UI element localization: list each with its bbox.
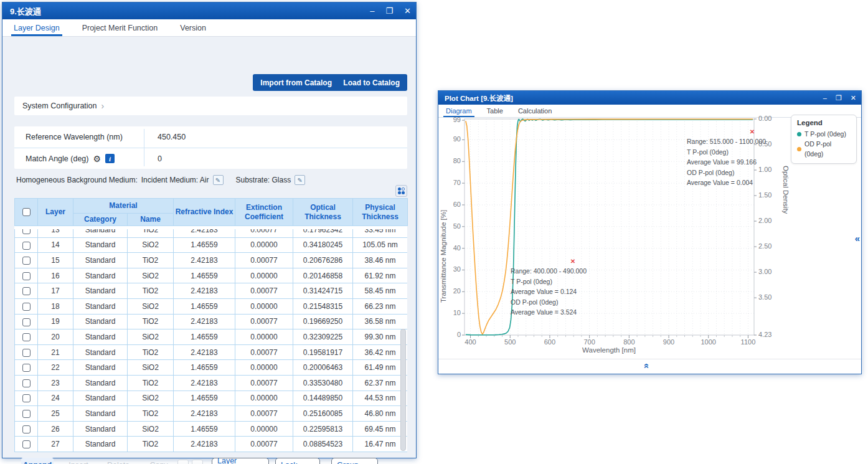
table-cell[interactable]: 17	[38, 283, 73, 299]
move-up-button[interactable]: ↑	[177, 460, 189, 464]
table-cell[interactable]: 0.32309225	[293, 329, 353, 345]
table-cell[interactable]: Standard	[73, 437, 128, 452]
table-cell[interactable]: Standard	[73, 298, 128, 314]
minimize-button[interactable]: –	[823, 94, 827, 102]
layer-tools-dropdown[interactable]: Layer Tools ∨	[212, 458, 269, 464]
row-checkbox[interactable]	[22, 410, 31, 418]
table-cell[interactable]: 2.42183	[174, 406, 235, 422]
table-cell[interactable]: Standard	[73, 375, 128, 391]
table-cell[interactable]: 0.00077	[235, 229, 293, 237]
table-cell[interactable]: 0.19669250	[293, 314, 353, 329]
table-cell[interactable]: SiO2	[128, 237, 174, 253]
tab-layer-design[interactable]: Layer Design	[11, 19, 62, 36]
table-cell[interactable]: TiO2	[128, 229, 174, 237]
table-cell[interactable]: 1.46559	[174, 298, 235, 314]
table-cell[interactable]: 20	[38, 329, 73, 345]
info-icon[interactable]: i	[105, 154, 115, 163]
table-cell[interactable]: 62.37 nm	[353, 375, 408, 391]
table-cell[interactable]: Standard	[73, 421, 128, 437]
load-to-catalog-button[interactable]: Load to Catalog	[336, 74, 407, 91]
table-cell[interactable]: 26	[38, 421, 73, 437]
row-checkbox-cell[interactable]	[15, 237, 38, 253]
reference-wavelength-value[interactable]: 450.450	[158, 133, 186, 141]
row-checkbox[interactable]	[22, 349, 31, 357]
table-cell[interactable]: 36.58 nm	[353, 314, 408, 329]
table-cell[interactable]: 0.19581917	[293, 344, 353, 360]
table-cell[interactable]: 69.45 nm	[353, 421, 408, 437]
table-cell[interactable]: TiO2	[128, 375, 174, 391]
row-checkbox-cell[interactable]	[15, 437, 38, 452]
lock-dropdown[interactable]: Lock ∨	[275, 458, 320, 464]
table-cell[interactable]: 0.00077	[235, 283, 293, 299]
row-checkbox-cell[interactable]	[15, 406, 38, 422]
table-cell[interactable]: Standard	[73, 229, 128, 237]
copy-button[interactable]: Copy	[148, 458, 169, 464]
table-cell[interactable]: 21	[38, 344, 73, 360]
table-cell[interactable]: 0.08854523	[293, 437, 353, 452]
row-checkbox-cell[interactable]	[15, 360, 38, 376]
row-checkbox[interactable]	[22, 287, 31, 295]
row-checkbox-cell[interactable]	[15, 344, 38, 360]
table-cell[interactable]: 1.46559	[174, 237, 235, 253]
table-cell[interactable]: 1.46559	[174, 360, 235, 376]
table-cell[interactable]: 33.45 nm	[353, 229, 408, 237]
table-cell[interactable]: 2.42183	[174, 283, 235, 299]
table-cell[interactable]: 0.34180245	[293, 237, 353, 253]
tab-version[interactable]: Version	[177, 19, 209, 36]
annotation-close-icon[interactable]: ✕	[570, 257, 575, 267]
row-checkbox-cell[interactable]	[15, 314, 38, 329]
gear-icon[interactable]: ⚙	[93, 154, 101, 163]
row-checkbox-cell[interactable]	[15, 421, 38, 437]
table-cell[interactable]: Standard	[73, 268, 128, 283]
table-cell[interactable]: 0.00077	[235, 253, 293, 268]
delete-button[interactable]: Delete	[106, 458, 131, 464]
table-cell[interactable]: TiO2	[128, 314, 174, 329]
table-view-options-icon[interactable]	[395, 185, 407, 197]
row-checkbox[interactable]	[22, 318, 31, 326]
collapse-panel-right-icon[interactable]: «	[855, 233, 860, 244]
move-down-button[interactable]: ↓	[192, 460, 203, 464]
append-button[interactable]: Append	[21, 458, 54, 464]
maximize-button[interactable]: ❐	[836, 94, 842, 102]
table-cell[interactable]: 27	[38, 437, 73, 452]
table-cell[interactable]: 0.20676286	[293, 253, 353, 268]
table-cell[interactable]: 0.20146858	[293, 268, 353, 283]
table-cell[interactable]: 0.25160085	[293, 406, 353, 422]
row-checkbox[interactable]	[22, 425, 31, 433]
row-checkbox-cell[interactable]	[15, 298, 38, 314]
edit-incident-medium-icon[interactable]: ✎	[213, 175, 224, 185]
table-cell[interactable]: 0.00000	[235, 391, 293, 406]
table-cell[interactable]: SiO2	[128, 298, 174, 314]
table-cell[interactable]: 61.49 nm	[353, 360, 408, 376]
system-configuration-header[interactable]: System Configuration ›	[14, 97, 407, 115]
row-checkbox[interactable]	[22, 272, 31, 280]
table-cell[interactable]: Standard	[73, 314, 128, 329]
row-checkbox-cell[interactable]	[15, 229, 38, 237]
table-cell[interactable]: 0.00000	[235, 298, 293, 314]
table-cell[interactable]: TiO2	[128, 437, 174, 452]
row-checkbox[interactable]	[22, 303, 31, 311]
table-cell[interactable]: 2.42183	[174, 314, 235, 329]
table-cell[interactable]: Standard	[73, 391, 128, 406]
table-cell[interactable]: 0.33530480	[293, 375, 353, 391]
table-cell[interactable]: 2.42183	[174, 253, 235, 268]
table-cell[interactable]: 38.46 nm	[353, 253, 408, 268]
row-checkbox[interactable]	[22, 257, 31, 265]
table-cell[interactable]: TiO2	[128, 283, 174, 299]
table-cell[interactable]: TiO2	[128, 406, 174, 422]
table-cell[interactable]: 0.00000	[235, 268, 293, 283]
left-window-titlebar[interactable]: 9.长波通 – ❐ ✕	[2, 2, 416, 19]
table-cell[interactable]: SiO2	[128, 421, 174, 437]
row-checkbox-cell[interactable]	[15, 391, 38, 406]
table-cell[interactable]: Standard	[73, 253, 128, 268]
table-cell[interactable]: 0.17962342	[293, 229, 353, 237]
row-checkbox-cell[interactable]	[15, 283, 38, 299]
table-cell[interactable]: Standard	[73, 406, 128, 422]
row-checkbox-cell[interactable]	[15, 329, 38, 345]
table-cell[interactable]: 25	[38, 406, 73, 422]
row-checkbox[interactable]	[22, 242, 31, 250]
table-cell[interactable]: SiO2	[128, 391, 174, 406]
table-cell[interactable]: 0.00077	[235, 375, 293, 391]
table-cell[interactable]: 0.00000	[235, 421, 293, 437]
table-cell[interactable]: 16.47 nm	[353, 437, 408, 452]
